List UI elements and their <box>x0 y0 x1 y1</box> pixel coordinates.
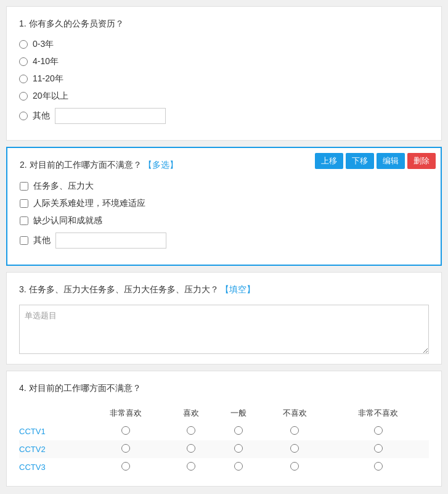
q2-other-input[interactable] <box>55 233 166 249</box>
q4-r0-c2-radio[interactable] <box>234 426 243 435</box>
option-row: 4-10年 <box>19 56 429 67</box>
question-number-1: 1 <box>19 19 24 28</box>
q4-r0-c4-radio[interactable] <box>374 426 383 435</box>
matrix-cell <box>327 458 429 476</box>
question-title-3: 3. 任务多、压力大任务多、压力大任务多、压力大？ 【填空】 <box>19 282 429 296</box>
question-number-3: 3 <box>19 284 24 294</box>
up-button[interactable]: 上移 <box>315 153 343 169</box>
matrix-cell <box>84 440 167 458</box>
question-text-3: 任务多、压力大任务多、压力大任务多、压力大？ <box>29 284 219 294</box>
option-row-other: 其他 <box>20 233 428 249</box>
q4-r2-c0-radio[interactable] <box>121 462 130 471</box>
q4-r2-c2-radio[interactable] <box>234 462 243 471</box>
delete-button[interactable]: 删除 <box>407 153 436 169</box>
question-block-2: 上移 下移 编辑 删除 2. 对目前的工作哪方面不满意？ 【多选】 任务多、压力… <box>6 147 442 265</box>
q1-radio-3[interactable] <box>19 92 28 101</box>
option-row-other: 其他 <box>19 108 429 124</box>
question-tag-2: 【多选】 <box>144 160 178 170</box>
question-title-1: 1. 你有多久的公务员资历？ <box>19 17 429 30</box>
option-row: 11-20年 <box>19 73 429 84</box>
q2-checkbox-0[interactable] <box>20 182 28 191</box>
fill-textarea-3[interactable]: 单选题目 <box>19 305 429 354</box>
q4-r0-c0-radio[interactable] <box>121 426 130 435</box>
option-row: 0-3年 <box>19 39 429 50</box>
matrix-row-header <box>19 404 84 422</box>
matrix-cell <box>262 422 327 440</box>
matrix-row-label-2: CCTV3 <box>19 458 84 476</box>
question-text-4: 对目前的工作哪方面不满意？ <box>29 383 141 393</box>
option-row: 人际关系难处理，环境难适应 <box>20 198 428 209</box>
matrix-cell <box>168 422 215 440</box>
down-button[interactable]: 下移 <box>346 153 374 169</box>
question-text-2: 对目前的工作哪方面不满意？ <box>30 160 142 170</box>
question-number-4: 4 <box>19 383 24 393</box>
question-block-4: 4. 对目前的工作哪方面不满意？ 非常喜欢 喜欢 一般 不喜欢 非常不喜欢 CC… <box>6 371 442 486</box>
matrix-row-label-1: CCTV2 <box>19 440 84 458</box>
matrix-cell <box>214 458 262 476</box>
q1-radio-1[interactable] <box>19 57 28 66</box>
q2-label-1: 人际关系难处理，环境难适应 <box>33 198 145 209</box>
question-block-3: 3. 任务多、压力大任务多、压力大任务多、压力大？ 【填空】 单选题目 <box>6 272 442 364</box>
matrix-cell <box>84 458 167 476</box>
q2-label-0: 任务多、压力大 <box>33 181 94 192</box>
matrix-col-2: 一般 <box>214 404 262 422</box>
edit-button[interactable]: 编辑 <box>377 153 405 169</box>
matrix-col-3: 不喜欢 <box>262 404 327 422</box>
action-bar: 上移 下移 编辑 删除 <box>315 153 436 169</box>
q4-r0-c3-radio[interactable] <box>290 426 299 435</box>
matrix-row-0: CCTV1 <box>19 422 429 440</box>
matrix-col-0: 非常喜欢 <box>84 404 167 422</box>
page-container: 1. 你有多久的公务员资历？ 0-3年 4-10年 11-20年 20年以上 其… <box>0 0 448 494</box>
q1-label-0: 0-3年 <box>33 39 54 50</box>
matrix-row-1: CCTV2 <box>19 440 429 458</box>
matrix-table: 非常喜欢 喜欢 一般 不喜欢 非常不喜欢 CCTV1 CCTV2 <box>19 404 429 476</box>
matrix-col-1: 喜欢 <box>168 404 215 422</box>
question-block-1: 1. 你有多久的公务员资历？ 0-3年 4-10年 11-20年 20年以上 其… <box>6 6 442 141</box>
matrix-col-4: 非常不喜欢 <box>327 404 429 422</box>
q1-other-input[interactable] <box>55 108 166 124</box>
q4-r2-c3-radio[interactable] <box>290 462 299 471</box>
q1-label-1: 4-10年 <box>33 56 59 67</box>
q4-r1-c3-radio[interactable] <box>290 444 299 453</box>
question-number-2: 2 <box>20 160 25 170</box>
q2-label-2: 缺少认同和成就感 <box>33 215 102 226</box>
q2-checkbox-1[interactable] <box>20 199 28 208</box>
q4-r1-c0-radio[interactable] <box>121 444 130 453</box>
q4-r2-c1-radio[interactable] <box>187 462 195 471</box>
question-tag-3: 【填空】 <box>221 284 255 294</box>
q1-label-3: 20年以上 <box>33 91 68 102</box>
q4-r1-c2-radio[interactable] <box>234 444 243 453</box>
matrix-cell <box>327 440 429 458</box>
q2-label-other: 其他 <box>33 235 51 246</box>
matrix-row-2: CCTV3 <box>19 458 429 476</box>
q1-radio-2[interactable] <box>19 75 28 83</box>
q1-radio-other[interactable] <box>19 112 28 120</box>
q1-label-2: 11-20年 <box>33 73 63 84</box>
q2-checkbox-2[interactable] <box>20 216 28 225</box>
q4-r1-c4-radio[interactable] <box>374 444 383 453</box>
matrix-cell <box>168 440 215 458</box>
q1-label-other: 其他 <box>33 110 50 121</box>
q4-r0-c1-radio[interactable] <box>187 426 195 435</box>
matrix-cell <box>84 422 167 440</box>
q4-r1-c1-radio[interactable] <box>187 444 195 453</box>
q4-r2-c4-radio[interactable] <box>374 462 383 471</box>
matrix-cell <box>168 458 215 476</box>
option-row: 任务多、压力大 <box>20 181 428 192</box>
matrix-cell <box>262 458 327 476</box>
matrix-cell <box>214 440 262 458</box>
option-row: 20年以上 <box>19 91 429 102</box>
question-text-1: 你有多久的公务员资历？ <box>29 19 124 28</box>
question-title-4: 4. 对目前的工作哪方面不满意？ <box>19 381 429 395</box>
option-row: 缺少认同和成就感 <box>20 215 428 226</box>
q1-radio-0[interactable] <box>19 40 28 49</box>
matrix-cell <box>262 440 327 458</box>
matrix-cell <box>327 422 429 440</box>
matrix-cell <box>214 422 262 440</box>
matrix-row-label-0: CCTV1 <box>19 422 84 440</box>
q2-checkbox-other[interactable] <box>20 236 28 245</box>
